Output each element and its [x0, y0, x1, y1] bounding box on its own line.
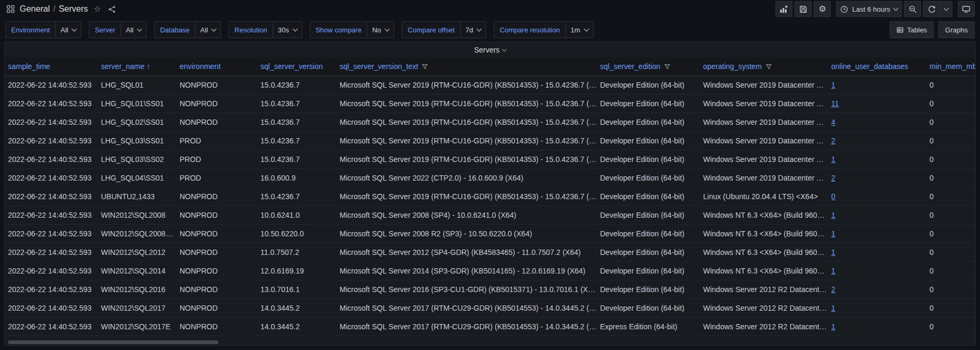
table-row: 2022-06-22 14:40:52.593WIN2012\SQL2012NO…	[5, 243, 975, 261]
filter-label[interactable]: Compare resolution	[494, 21, 565, 38]
online-databases-link[interactable]: 1	[831, 304, 835, 312]
horizontal-scrollbar-thumb[interactable]	[8, 340, 218, 344]
cell-sql_server_version: 16.0.600.9	[257, 168, 336, 187]
cell-environment: NONPROD	[176, 75, 257, 94]
cell-sample_time: 2022-06-22 14:40:52.593	[5, 280, 98, 298]
column-label: min_mem_mb	[930, 62, 975, 71]
online-databases-link[interactable]: 2	[831, 285, 835, 294]
filter-environment: EnvironmentAll	[5, 21, 81, 38]
filter-label[interactable]: Compare offset	[402, 21, 461, 38]
column-label: online_user_databases	[831, 62, 908, 71]
filter-label[interactable]: Resolution	[229, 21, 273, 38]
filter-show-compare: Show compareNo	[310, 21, 394, 38]
dashboard-settings-button[interactable]: ⚙	[814, 1, 831, 17]
column-label: environment	[180, 62, 221, 71]
online-databases-link[interactable]: 1	[831, 229, 835, 238]
cell-operating_system: Windows Server 2012 R2 Datacent…	[700, 280, 828, 298]
cell-server_name: LHG_SQL03\SS01	[98, 131, 176, 150]
online-databases-link[interactable]: 11	[831, 99, 839, 108]
filter-value-dropdown[interactable]: All	[121, 21, 147, 38]
cell-sql_server_edition: Developer Edition (64-bit)	[597, 75, 700, 94]
cell-min_mem_mb: 0	[926, 206, 975, 224]
save-dashboard-button[interactable]	[795, 1, 812, 17]
online-databases-link[interactable]: 1	[831, 155, 835, 164]
cell-sql_server_version: 14.0.3445.2	[257, 298, 336, 317]
online-databases-link[interactable]: 1	[831, 267, 835, 275]
cell-operating_system: Windows Server 2019 Datacenter …	[700, 168, 828, 187]
filter-value-text: All	[126, 26, 133, 34]
filter-value-dropdown[interactable]: 1m	[566, 21, 594, 38]
online-databases-link[interactable]: 2	[831, 136, 835, 145]
online-databases-link[interactable]: 4	[831, 118, 835, 126]
add-panel-button[interactable]	[775, 1, 792, 17]
online-databases-link[interactable]: 1	[831, 322, 835, 331]
cell-server_name: WIN2012\SQL2016	[98, 280, 176, 298]
share-dashboard-button[interactable]	[107, 4, 117, 14]
column-header-sql_server_version_text[interactable]: sql_server_version_text	[336, 58, 597, 75]
breadcrumb-dashboard[interactable]: Servers	[58, 4, 88, 14]
filter-value-dropdown[interactable]: All	[56, 21, 81, 38]
apps-icon	[6, 5, 15, 13]
star-dashboard-button[interactable]: ☆	[93, 4, 102, 14]
refresh-interval-dropdown[interactable]	[940, 1, 952, 17]
column-header-sql_server_version[interactable]: sql_server_version	[257, 58, 336, 75]
filter-label[interactable]: Database	[154, 21, 196, 38]
column-header-sample_time[interactable]: sample_time	[5, 58, 98, 75]
cell-sql_server_version: 15.0.4236.7	[257, 113, 336, 131]
table-row: 2022-06-22 14:40:52.593LHG_SQL04\SS01PRO…	[5, 168, 975, 187]
column-label: sql_server_version	[260, 62, 323, 71]
filter-funnel-icon[interactable]	[422, 63, 428, 71]
cell-environment: PROD	[176, 168, 257, 187]
breadcrumb-folder[interactable]: General	[20, 4, 50, 14]
cell-min_mem_mb: 0	[926, 280, 975, 298]
cell-sql_server_version_text: Microsoft SQL Server 2019 (RTM-CU16-GDR)…	[336, 113, 597, 131]
cell-min_mem_mb: 0	[926, 113, 975, 131]
table-row: 2022-06-22 14:40:52.593WIN2012\SQL2017NO…	[5, 298, 975, 317]
cell-sql_server_version: 10.0.6241.0	[257, 206, 336, 224]
filter-value-text: No	[372, 26, 381, 34]
servers-table: sample_timeserver_name↑environmentsql_se…	[5, 58, 975, 345]
filter-funnel-icon[interactable]	[664, 63, 670, 71]
filter-value-dropdown[interactable]: All	[196, 21, 221, 38]
cell-server_name: WIN2012\SQL2014	[98, 261, 176, 280]
filter-funnel-icon[interactable]	[766, 63, 772, 71]
online-databases-link[interactable]: 1	[831, 211, 835, 219]
column-header-server_name[interactable]: server_name↑	[98, 58, 176, 75]
filter-value-dropdown[interactable]: 7d	[461, 21, 486, 38]
column-header-online_user_databases[interactable]: online_user_databases	[828, 58, 926, 75]
cycle-view-button[interactable]	[958, 1, 975, 17]
cell-sample_time: 2022-06-22 14:40:52.593	[5, 298, 98, 317]
time-range-picker[interactable]: Last 6 hours	[836, 1, 902, 17]
table-row: 2022-06-22 14:40:52.593LHG_SQL01NONPROD1…	[5, 75, 975, 94]
online-databases-link[interactable]: 2	[831, 174, 835, 182]
filter-value-dropdown[interactable]: 30s	[273, 21, 302, 38]
panel-header[interactable]: Servers	[5, 42, 975, 58]
cell-server_name: LHG_SQL02\SS01	[98, 113, 176, 131]
column-header-min_mem_mb[interactable]: min_mem_mb	[926, 58, 975, 75]
save-icon	[799, 5, 807, 13]
column-header-sql_server_edition[interactable]: sql_server_edition	[597, 58, 700, 75]
filter-value-dropdown[interactable]: No	[367, 21, 394, 38]
gear-icon: ⚙	[818, 5, 826, 13]
view-button-label: Graphs	[945, 26, 968, 34]
zoom-out-button[interactable]	[904, 1, 921, 17]
cell-sample_time: 2022-06-22 14:40:52.593	[5, 168, 98, 187]
filter-label[interactable]: Show compare	[310, 21, 368, 38]
online-databases-link[interactable]: 1	[831, 248, 835, 257]
cell-online_user_databases: 1	[828, 150, 926, 168]
column-header-operating_system[interactable]: operating_system	[700, 58, 828, 75]
column-header-environment[interactable]: environment	[176, 58, 257, 75]
cell-environment: NONPROD	[176, 94, 257, 113]
graphs-view-button[interactable]: Graphs	[938, 21, 975, 38]
cell-sql_server_version: 13.0.7016.1	[257, 280, 336, 298]
online-databases-link[interactable]: 0	[831, 192, 835, 201]
filter-label[interactable]: Environment	[5, 21, 56, 38]
chevron-down-icon	[292, 26, 298, 31]
table-row: 2022-06-22 14:40:52.593WIN2012\SQL2014NO…	[5, 261, 975, 280]
cell-server_name: LHG_SQL04\SS01	[98, 168, 176, 187]
online-databases-link[interactable]: 1	[831, 81, 835, 89]
refresh-button[interactable]	[923, 1, 940, 17]
cell-online_user_databases: 1	[828, 261, 926, 280]
tables-view-button[interactable]: Tables	[890, 21, 934, 38]
filter-label[interactable]: Server	[89, 21, 121, 38]
